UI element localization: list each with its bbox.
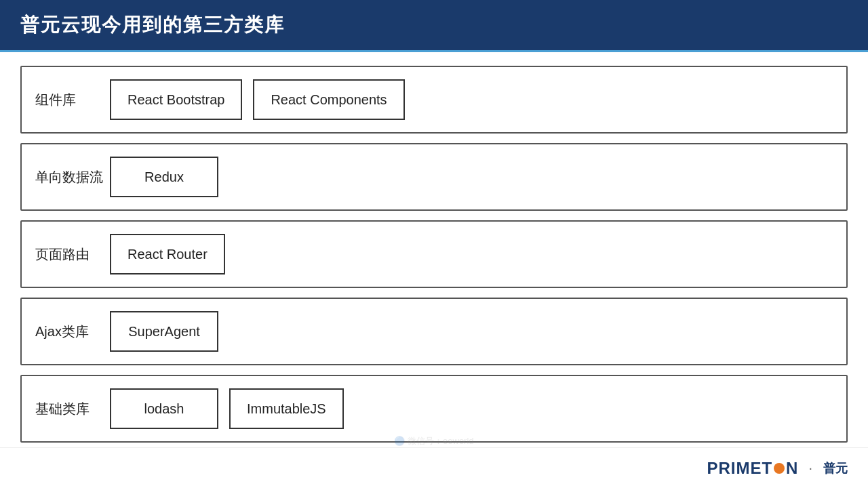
item-react-components: React Components <box>253 79 404 120</box>
row-router: 页面路由React Router <box>20 220 848 288</box>
row-components: 组件库React BootstrapReact Components <box>20 66 848 134</box>
row-components-label: 组件库 <box>35 91 103 109</box>
item-react-router: React Router <box>110 234 225 274</box>
row-router-label: 页面路由 <box>35 245 103 264</box>
row-base: 基础类库lodashImmutableJS <box>20 375 848 443</box>
row-base-items: lodashImmutableJS <box>110 388 344 429</box>
watermark: 🔵 微信号：eeworld <box>394 435 473 447</box>
logo-primeton: PRIMET N <box>707 459 797 478</box>
footer: 🔵 微信号：eeworld PRIMET N · 普元 <box>0 447 868 488</box>
row-base-label: 基础类库 <box>35 400 103 418</box>
item-redux: Redux <box>110 157 218 197</box>
row-dataflow-items: Redux <box>110 157 218 197</box>
page-title: 普元云现今用到的第三方类库 <box>20 14 285 35</box>
item-lodash: lodash <box>110 388 218 429</box>
item-immutablejs: ImmutableJS <box>229 388 344 429</box>
header: 普元云现今用到的第三方类库 <box>0 0 868 52</box>
row-components-items: React BootstrapReact Components <box>110 79 405 120</box>
item-superagent: SuperAgent <box>110 311 218 352</box>
main-content: 组件库React BootstrapReact Components单向数据流R… <box>0 52 868 456</box>
item-react-bootstrap: React Bootstrap <box>110 79 242 120</box>
row-ajax: Ajax类库SuperAgent <box>20 298 848 365</box>
row-dataflow-label: 单向数据流 <box>35 168 103 186</box>
row-ajax-items: SuperAgent <box>110 311 218 352</box>
dot-separator: · <box>808 460 812 476</box>
row-router-items: React Router <box>110 234 225 274</box>
logo-chinese: 普元 <box>823 460 848 476</box>
logo: PRIMET N · 普元 <box>707 459 848 478</box>
row-dataflow: 单向数据流Redux <box>20 143 848 211</box>
row-ajax-label: Ajax类库 <box>35 323 103 341</box>
